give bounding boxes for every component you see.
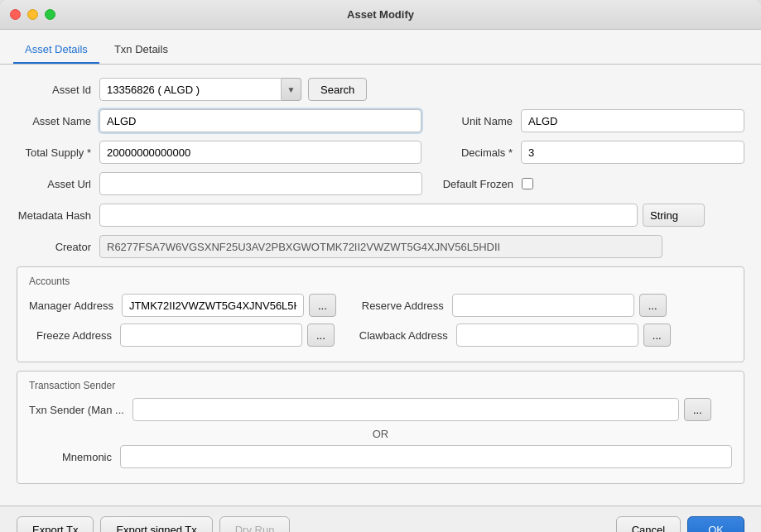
asset-id-row: Asset Id ▼ Search: [17, 78, 744, 101]
content-area: Asset Details Txn Details Asset Id ▼ Sea…: [0, 30, 761, 506]
default-frozen-label: Default Frozen: [439, 178, 522, 190]
ok-button[interactable]: OK: [687, 516, 744, 532]
clawback-address-label: Clawback Address: [359, 329, 456, 342]
manager-address-ellipsis-button[interactable]: ...: [309, 294, 336, 317]
asset-url-row: Asset Url Default Frozen: [17, 172, 744, 195]
txn-sender-row: Txn Sender (Man ... ...: [29, 398, 732, 421]
freeze-clawback-row: Freeze Address ... Clawback Address ...: [29, 324, 732, 347]
metadata-hash-input[interactable]: [99, 204, 638, 227]
manager-address-input[interactable]: [122, 294, 304, 317]
tab-txn-details[interactable]: Txn Details: [103, 36, 180, 64]
asset-url-label: Asset Url: [17, 178, 99, 190]
mnemonic-label: Mnemonic: [29, 451, 120, 463]
clawback-address-ellipsis-button[interactable]: ...: [643, 324, 671, 347]
freeze-address-label: Freeze Address: [29, 329, 120, 342]
clawback-address-input[interactable]: [456, 324, 638, 347]
maximize-button[interactable]: [45, 9, 55, 20]
footer-left-buttons: Export Tx Export signed Tx Dry Run: [17, 516, 290, 532]
asset-name-row: Asset Name Unit Name: [17, 109, 744, 132]
unit-name-input[interactable]: [521, 109, 744, 132]
mnemonic-input[interactable]: [120, 445, 732, 468]
total-supply-row: Total Supply * Decimals *: [17, 141, 744, 164]
window-title: Asset Modify: [347, 8, 414, 21]
window-controls: [10, 9, 55, 20]
form-area: Asset Id ▼ Search Asset Name Unit Name T…: [0, 65, 761, 506]
freeze-address-ellipsis-button[interactable]: ...: [307, 324, 335, 347]
creator-label: Creator: [17, 241, 99, 253]
or-label: OR: [373, 428, 389, 440]
mnemonic-row: Mnemonic: [29, 445, 732, 468]
manager-address-label: Manager Address: [29, 300, 122, 312]
export-signed-tx-button[interactable]: Export signed Tx: [100, 516, 212, 532]
default-frozen-checkbox-wrapper: [522, 178, 533, 189]
txn-sender-input[interactable]: [132, 398, 679, 421]
total-supply-input[interactable]: [99, 141, 421, 164]
titlebar: Asset Modify: [0, 0, 761, 30]
manager-reserve-row: Manager Address ... Reserve Address ...: [29, 294, 732, 317]
creator-row: Creator: [17, 235, 744, 258]
unit-name-group: Unit Name: [438, 109, 744, 132]
footer: Export Tx Export signed Tx Dry Run Cance…: [0, 506, 761, 532]
asset-name-input[interactable]: [99, 109, 421, 132]
metadata-type-select[interactable]: String Hex Base64: [643, 204, 705, 227]
tab-bar: Asset Details Txn Details: [0, 30, 761, 65]
cancel-button[interactable]: Cancel: [616, 516, 681, 532]
dry-run-button[interactable]: Dry Run: [219, 516, 291, 532]
asset-id-input[interactable]: [99, 78, 282, 101]
txn-sender-ellipsis-button[interactable]: ...: [684, 398, 711, 421]
accounts-section-label: Accounts: [29, 276, 732, 287]
reserve-address-label: Reserve Address: [361, 300, 452, 312]
creator-input[interactable]: [99, 235, 662, 258]
footer-right-buttons: Cancel OK: [616, 516, 744, 532]
asset-id-dropdown-button[interactable]: ▼: [282, 78, 301, 101]
accounts-section: Accounts Manager Address ... Reserve Add…: [17, 266, 744, 362]
txn-sender-label: Txn Sender (Man ...: [29, 404, 132, 416]
unit-name-label: Unit Name: [438, 115, 521, 127]
decimals-group: Decimals *: [438, 141, 744, 164]
txn-sender-section: Transaction Sender Txn Sender (Man ... .…: [17, 371, 744, 484]
asset-url-input[interactable]: [99, 172, 422, 195]
default-frozen-group: Default Frozen: [439, 178, 744, 190]
metadata-hash-label: Metadata Hash: [17, 209, 99, 222]
txn-sender-section-label: Transaction Sender: [29, 380, 732, 391]
search-button[interactable]: Search: [308, 78, 367, 101]
decimals-input[interactable]: [521, 141, 744, 164]
default-frozen-checkbox[interactable]: [522, 178, 533, 189]
asset-modify-window: Asset Modify Asset Details Txn Details A…: [0, 0, 761, 532]
reserve-address-input[interactable]: [452, 294, 634, 317]
or-separator: OR: [29, 428, 732, 440]
freeze-address-input[interactable]: [120, 324, 302, 347]
minimize-button[interactable]: [27, 9, 38, 20]
decimals-label: Decimals *: [438, 146, 521, 159]
asset-id-input-group: ▼: [99, 78, 301, 101]
reserve-address-ellipsis-button[interactable]: ...: [639, 294, 667, 317]
metadata-hash-row: Metadata Hash String Hex Base64: [17, 204, 744, 227]
export-tx-button[interactable]: Export Tx: [17, 516, 94, 532]
tab-asset-details[interactable]: Asset Details: [13, 36, 99, 64]
asset-id-label: Asset Id: [17, 84, 99, 96]
total-supply-label: Total Supply *: [17, 146, 99, 159]
asset-name-label: Asset Name: [17, 115, 99, 127]
close-button[interactable]: [10, 9, 21, 20]
